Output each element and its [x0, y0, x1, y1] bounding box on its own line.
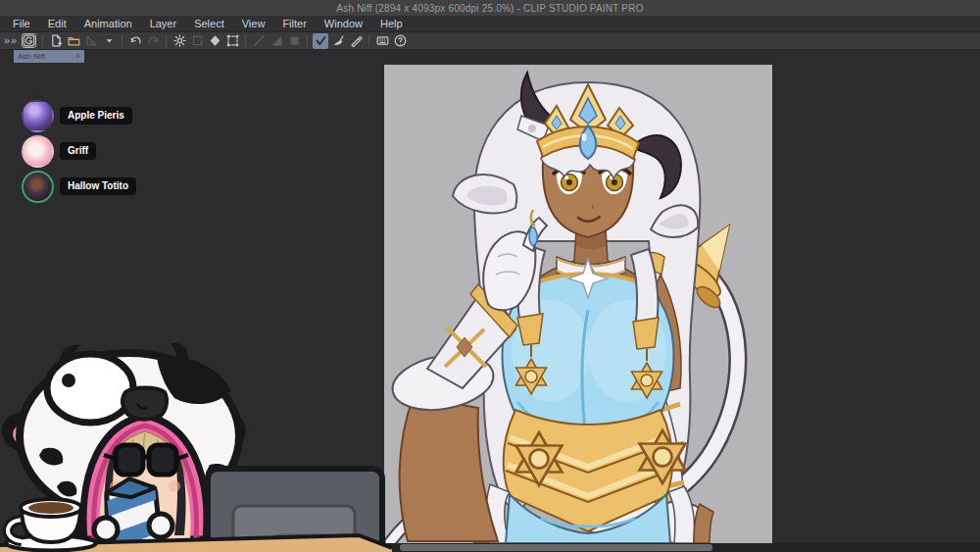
username-badge: Hallow Totito	[60, 177, 136, 195]
menu-window[interactable]: Window	[316, 16, 371, 31]
snap-toggle-button[interactable]	[313, 33, 328, 49]
fill-button[interactable]	[207, 33, 222, 49]
document-tab[interactable]: Ash Niff ×	[14, 50, 84, 63]
voice-user-apple-pieris: Apple Pieris	[22, 99, 136, 132]
toolbar-divider	[245, 35, 246, 47]
toolbar-divider	[166, 35, 167, 47]
command-toolbar: »»	[0, 32, 980, 50]
avatar-hallow-totito	[22, 171, 54, 203]
menu-select[interactable]: Select	[185, 16, 233, 31]
drawing-canvas[interactable]	[384, 65, 772, 543]
undo-button[interactable]	[127, 33, 143, 49]
voice-user-hallow-totito: Hallow Totito	[22, 170, 136, 203]
document-tab-label: Ash Niff	[14, 52, 72, 61]
voice-user-griff: Griff	[22, 134, 136, 168]
menu-file[interactable]: File	[4, 16, 39, 31]
window-titlebar: Ash Niff (2894 x 4093px 600dpi 25.0%) - …	[0, 0, 980, 16]
clear-button[interactable]	[172, 33, 187, 49]
panel-chevrons-icon[interactable]: »»	[2, 34, 21, 48]
menu-filter[interactable]: Filter	[273, 16, 315, 31]
open-file-button[interactable]	[66, 33, 81, 49]
toolbar-divider	[122, 35, 122, 47]
new-file-button[interactable]	[48, 33, 64, 49]
transform-button[interactable]	[224, 33, 240, 49]
redo-button	[145, 33, 161, 49]
line-tool-button	[251, 33, 267, 49]
pen-tool-button[interactable]	[348, 33, 364, 49]
save-options-caret[interactable]	[101, 33, 117, 49]
horizontal-scrollbar[interactable]	[375, 543, 980, 552]
username-badge: Griff	[60, 142, 96, 160]
streamer-scene	[0, 343, 392, 552]
clear-outside-button	[189, 33, 205, 49]
menu-bar: FileEditAnimationLayerSelectViewFilterWi…	[0, 16, 980, 32]
shortcut-panel-button[interactable]	[374, 33, 390, 49]
toolbar-divider	[42, 35, 43, 47]
shape-tool-button	[286, 33, 302, 49]
save-file-button	[83, 33, 99, 49]
workspace: Ash Niff ×	[0, 50, 980, 552]
username-badge: Apple Pieris	[60, 107, 132, 125]
menu-animation[interactable]: Animation	[75, 16, 141, 31]
menu-layer[interactable]: Layer	[141, 16, 186, 31]
menu-help[interactable]: Help	[371, 16, 412, 31]
help-button[interactable]	[392, 33, 408, 49]
menu-edit[interactable]: Edit	[39, 16, 75, 31]
avatar-griff	[22, 135, 54, 168]
avatar-apple-pieris	[22, 100, 54, 132]
voice-chat-overlay: Apple PierisGriffHallow Totito	[22, 99, 136, 205]
close-tab-icon[interactable]: ×	[72, 52, 84, 61]
brush-tool-button[interactable]	[330, 33, 346, 49]
toolbar-divider	[368, 35, 369, 47]
horizontal-scrollbar-thumb[interactable]	[400, 544, 712, 551]
clip-studio-logo-icon[interactable]	[22, 33, 36, 48]
toolbar-divider	[307, 35, 308, 47]
character-artwork	[384, 65, 772, 543]
gradient-tool-button	[269, 33, 284, 49]
menu-view[interactable]: View	[233, 16, 274, 31]
window-title: Ash Niff (2894 x 4093px 600dpi 25.0%) - …	[336, 3, 643, 14]
